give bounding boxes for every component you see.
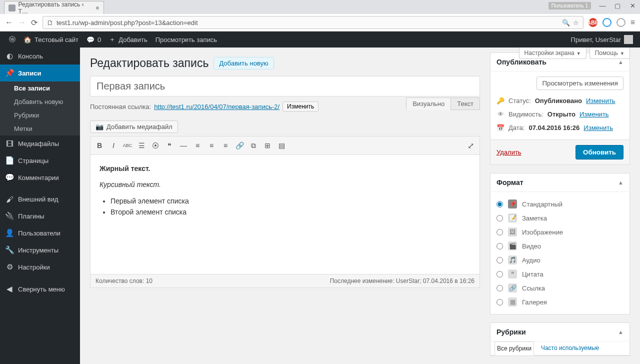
menu-posts[interactable]: 📌Записи: [0, 64, 80, 82]
format-label: Стандартный: [522, 200, 562, 208]
categories-box-header[interactable]: Рубрики ▲: [490, 323, 630, 342]
chevron-up-icon[interactable]: ▲: [618, 329, 624, 335]
kitchen-sink-button[interactable]: ▤: [276, 140, 288, 152]
address-bar[interactable]: 🗋 test1.ru/wp-admin/post.php?post=13&act…: [42, 16, 584, 29]
format-option[interactable]: 🖼Изображение: [496, 225, 624, 239]
align-left-button[interactable]: ≡: [192, 140, 204, 152]
format-radio[interactable]: [496, 285, 503, 292]
hr-button[interactable]: ―: [178, 140, 190, 152]
menu-pages[interactable]: 📄Страницы: [0, 152, 80, 169]
chevron-up-icon[interactable]: ▲: [618, 59, 624, 65]
permalink-url[interactable]: http://test1.ru/2016/04/07/первая-запись…: [154, 103, 280, 110]
add-media-button[interactable]: 📷 Добавить медиафайл: [90, 120, 178, 133]
tab-all-categories[interactable]: Все рубрики: [494, 342, 534, 356]
format-box-header[interactable]: Формат ▲: [490, 174, 630, 192]
format-radio[interactable]: [496, 229, 503, 236]
format-radio[interactable]: [496, 271, 503, 278]
preview-changes-button[interactable]: Просмотреть изменения: [536, 76, 624, 90]
menu-media[interactable]: 🎞Медиафайлы: [0, 136, 80, 152]
extension-icon[interactable]: [602, 18, 612, 27]
camera-icon: 📷: [96, 123, 104, 130]
screen-options-button[interactable]: Настройки экрана▼: [519, 48, 586, 59]
format-radio[interactable]: [496, 215, 503, 222]
wp-logo-icon[interactable]: ⓦ: [5, 32, 20, 48]
format-option[interactable]: ▦Галерея: [496, 295, 624, 309]
format-icon: 📌: [508, 200, 517, 208]
format-option[interactable]: 🎬Видео: [496, 239, 624, 253]
format-option[interactable]: 📌Стандартный: [496, 197, 624, 211]
format-option[interactable]: 🎵Аудио: [496, 253, 624, 267]
view-post-link[interactable]: Просмотреть запись: [152, 32, 221, 48]
quote-button[interactable]: ❝: [164, 140, 176, 152]
menu-comments[interactable]: 💬Комментарии: [0, 169, 80, 186]
profile-badge[interactable]: Пользователь 1: [548, 2, 591, 10]
back-icon[interactable]: ←: [5, 18, 13, 27]
edit-date-link[interactable]: Изменить: [584, 124, 613, 132]
edit-permalink-button[interactable]: Изменить: [282, 102, 318, 112]
post-title-input[interactable]: [90, 76, 480, 96]
menu-collapse[interactable]: ◀Свернуть меню: [0, 280, 80, 298]
comments-icon: 💬: [5, 173, 14, 182]
chevron-up-icon[interactable]: ▲: [618, 180, 624, 186]
edit-visibility-link[interactable]: Изменить: [580, 110, 609, 118]
format-label: Аудио: [522, 256, 540, 264]
italic-button[interactable]: I: [108, 140, 120, 152]
menu-dashboard[interactable]: ◐Консоль: [0, 48, 80, 64]
edit-status-link[interactable]: Изменить: [586, 97, 616, 104]
reload-icon[interactable]: ⟳: [31, 18, 38, 28]
format-radio[interactable]: [496, 257, 503, 264]
maximize-icon[interactable]: ▢: [614, 2, 621, 10]
format-icon: 🎬: [508, 242, 517, 250]
update-button[interactable]: Обновить: [576, 145, 624, 160]
menu-settings[interactable]: ⚙Настройки: [0, 258, 80, 276]
format-radio[interactable]: [496, 243, 503, 250]
plus-icon: ＋: [109, 35, 116, 44]
align-center-button[interactable]: ≡: [206, 140, 218, 152]
comments-link[interactable]: 💬 0: [82, 32, 105, 48]
unlink-button[interactable]: ⧉: [248, 140, 260, 152]
add-new-button[interactable]: Добавить новую: [214, 57, 274, 70]
close-icon[interactable]: ×: [96, 4, 100, 12]
menu-plugins[interactable]: 🔌Плагины: [0, 208, 80, 224]
submenu-tags[interactable]: Метки: [0, 122, 80, 136]
browser-menu-icon[interactable]: ≡: [630, 18, 635, 27]
account-menu[interactable]: Привет, UserStar: [571, 35, 635, 44]
bookmark-icon[interactable]: ☆: [573, 19, 579, 26]
submenu-categories[interactable]: Рубрики: [0, 108, 80, 122]
tab-text[interactable]: Текст: [450, 98, 480, 110]
menu-appearance[interactable]: 🖌Внешний вид: [0, 191, 80, 208]
minimize-icon[interactable]: ―: [599, 2, 606, 10]
help-button[interactable]: Помощь▼: [590, 48, 630, 59]
format-radio[interactable]: [496, 299, 503, 306]
bold-button[interactable]: B: [94, 140, 106, 152]
align-right-button[interactable]: ≡: [220, 140, 232, 152]
format-option[interactable]: ❝Цитата: [496, 267, 624, 281]
submenu-add-post[interactable]: Добавить новую: [0, 95, 80, 108]
users-icon: 👤: [5, 228, 14, 238]
number-list-button[interactable]: ⦿: [150, 140, 162, 152]
strike-button[interactable]: ABC: [122, 140, 134, 152]
menu-tools[interactable]: 🔧Инструменты: [0, 242, 80, 258]
format-option[interactable]: 🔗Ссылка: [496, 281, 624, 295]
editor-content[interactable]: Жирный текст. Курсивный текст. Первый эл…: [90, 154, 480, 274]
fullscreen-button[interactable]: ⤢: [464, 140, 476, 152]
site-name-link[interactable]: 🏠 Тестовый сайт: [20, 32, 82, 48]
more-button[interactable]: ⊞: [262, 140, 274, 152]
page-icon: 🗋: [47, 19, 54, 26]
bullet-list-button[interactable]: ☰: [136, 140, 148, 152]
tab-used-categories[interactable]: Часто используемые: [539, 342, 601, 355]
link-button[interactable]: 🔗: [234, 140, 246, 152]
submenu-all-posts[interactable]: Все записи: [0, 82, 80, 95]
browser-tab[interactable]: Редактировать запись ‹ Т… ×: [4, 1, 104, 14]
close-window-icon[interactable]: ✕: [629, 2, 636, 10]
format-option[interactable]: 📝Заметка: [496, 211, 624, 225]
forward-icon[interactable]: →: [18, 18, 26, 27]
menu-users[interactable]: 👤Пользователи: [0, 224, 80, 242]
add-new-link[interactable]: ＋ Добавить: [105, 32, 151, 48]
tab-visual[interactable]: Визуально: [406, 98, 451, 110]
format-radio[interactable]: [496, 201, 503, 208]
zoom-icon[interactable]: 🔍: [562, 19, 570, 26]
abp-extension-icon[interactable]: ABP: [588, 18, 598, 27]
extension-icon-2[interactable]: [616, 18, 626, 27]
delete-link[interactable]: Удалить: [496, 148, 522, 156]
